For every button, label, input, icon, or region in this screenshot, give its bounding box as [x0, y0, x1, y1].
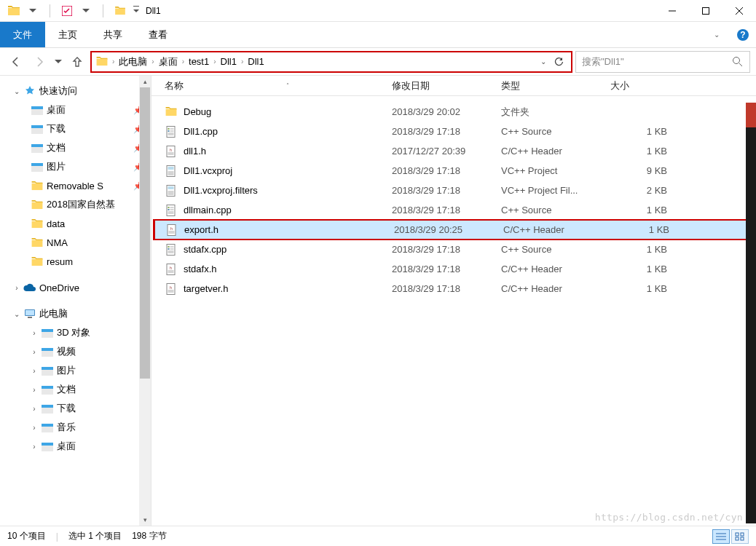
file-row[interactable]: Dll1.vcxproj2018/3/29 17:18VC++ Project9…: [151, 161, 756, 181]
sidebar-item[interactable]: ›视频: [0, 342, 151, 361]
sidebar-item[interactable]: ›桌面: [0, 437, 151, 456]
sidebar-item[interactable]: resum: [0, 252, 151, 271]
sidebar-item[interactable]: NMA: [0, 233, 151, 252]
svg-rect-36: [168, 128, 169, 130]
svg-rect-1: [133, 6, 139, 7]
this-pc[interactable]: ⌄此电脑: [0, 304, 151, 323]
chevron-right-icon[interactable]: ›: [109, 58, 117, 66]
file-date: 2018/3/29 17:18: [392, 244, 501, 255]
breadcrumb-item[interactable]: Dll1: [221, 56, 237, 67]
nav-back-icon[interactable]: [6, 52, 26, 72]
file-row[interactable]: Debug2018/3/29 20:02文件夹: [151, 102, 756, 122]
nav-forward-icon[interactable]: [29, 52, 50, 72]
tab-home[interactable]: 主页: [45, 22, 90, 47]
chevron-right-icon[interactable]: ›: [13, 284, 20, 292]
onedrive[interactable]: ›OneDrive: [0, 278, 151, 297]
file-row[interactable]: stdafx.cpp2018/3/29 17:18C++ Source1 KB: [151, 240, 756, 259]
nav-up-icon[interactable]: [67, 52, 87, 72]
sidebar-item[interactable]: Removable S📌: [0, 176, 151, 195]
search-input[interactable]: 搜索"Dll1": [575, 51, 750, 73]
sidebar-item[interactable]: data: [0, 214, 151, 233]
column-type[interactable]: 类型: [501, 79, 610, 92]
maximize-button[interactable]: [689, 0, 722, 22]
chevron-right-icon[interactable]: ›: [31, 424, 38, 432]
nav-recent-icon[interactable]: [52, 52, 64, 72]
folder-icon: [31, 179, 44, 192]
sidebar-item[interactable]: ›3D 对象: [0, 323, 151, 342]
properties-icon[interactable]: [59, 3, 75, 19]
chevron-right-icon[interactable]: ›: [210, 58, 218, 66]
file-name: dllmain.cpp: [184, 205, 232, 215]
svg-rect-58: [168, 209, 169, 210]
file-type: C++ Source: [501, 205, 610, 215]
address-bar[interactable]: › 此电脑 › 桌面 › test1 › Dll1 › Dll1 ⌄: [90, 51, 572, 73]
file-icon: [165, 204, 178, 217]
ribbon: 文件 主页 共享 查看 ⌄ ?: [0, 22, 756, 48]
chevron-down-icon[interactable]: ⌄: [13, 310, 20, 318]
quick-access[interactable]: ⌄快速访问: [0, 82, 151, 100]
chevron-right-icon[interactable]: ›: [31, 443, 38, 451]
file-row[interactable]: Dll1.vcxproj.filters2018/3/29 17:18VC++ …: [151, 181, 756, 200]
file-row[interactable]: hexport.h2018/3/29 20:25C/C++ Header1 KB: [153, 219, 750, 240]
scroll-thumb[interactable]: [140, 87, 150, 379]
chevron-right-icon[interactable]: ›: [31, 367, 38, 375]
qat-overflow-icon[interactable]: [131, 3, 141, 19]
sidebar-item[interactable]: 下载📌: [0, 119, 151, 138]
folder-icon: [41, 345, 54, 358]
sidebar-item[interactable]: ›下载: [0, 399, 151, 418]
scrollbar[interactable]: ▴ ▾: [139, 76, 151, 526]
sidebar-item[interactable]: ›音乐: [0, 418, 151, 437]
chevron-right-icon[interactable]: ›: [31, 348, 38, 356]
chevron-right-icon[interactable]: ›: [238, 58, 246, 66]
file-row[interactable]: htargetver.h2018/3/29 17:18C/C++ Header1…: [151, 279, 756, 298]
tab-share[interactable]: 共享: [90, 22, 135, 47]
svg-rect-57: [168, 207, 169, 208]
tab-view[interactable]: 查看: [135, 22, 181, 47]
sidebar-item[interactable]: ›文档: [0, 380, 151, 399]
chevron-right-icon[interactable]: ›: [31, 329, 38, 337]
column-date[interactable]: 修改日期: [392, 79, 501, 92]
sidebar-item[interactable]: 2018国家自然基: [0, 195, 151, 214]
svg-rect-30: [42, 405, 53, 408]
file-row[interactable]: dllmain.cpp2018/3/29 17:18C++ Source1 KB: [151, 200, 756, 220]
file-size: 2 KB: [610, 185, 674, 196]
view-details-button[interactable]: [712, 529, 730, 544]
qat-dropdown-icon[interactable]: [25, 3, 41, 19]
sidebar-item[interactable]: 图片📌: [0, 157, 151, 176]
chevron-right-icon[interactable]: ›: [149, 58, 157, 66]
column-name[interactable]: 名称˄: [151, 79, 392, 92]
file-date: 2018/3/29 20:02: [392, 106, 501, 117]
minimize-button[interactable]: [655, 0, 689, 22]
breadcrumb-item[interactable]: Dll1: [248, 56, 264, 67]
refresh-icon[interactable]: [551, 54, 567, 70]
addr-dropdown-icon[interactable]: ⌄: [540, 58, 549, 66]
qat-dropdown2-icon[interactable]: [78, 3, 94, 19]
ribbon-expand-icon[interactable]: ⌄: [704, 22, 730, 47]
breadcrumb-item[interactable]: 此电脑: [119, 55, 147, 68]
file-row[interactable]: hstdafx.h2018/3/29 17:18C/C++ Header1 KB: [151, 259, 756, 279]
chevron-right-icon[interactable]: ›: [179, 58, 187, 66]
file-type: 文件夹: [501, 106, 610, 119]
file-row[interactable]: Dll1.cpp2018/3/29 17:18C++ Source1 KB: [151, 122, 756, 141]
sidebar-item[interactable]: 文档📌: [0, 138, 151, 157]
chevron-right-icon[interactable]: ›: [31, 405, 38, 413]
chevron-down-icon[interactable]: ⌄: [13, 87, 20, 95]
sidebar-item[interactable]: 桌面📌: [0, 100, 151, 119]
breadcrumb-item[interactable]: 桌面: [159, 55, 178, 68]
sidebar-item[interactable]: ›图片: [0, 361, 151, 380]
scroll-up-icon[interactable]: ▴: [139, 76, 151, 87]
file-size: 1 KB: [610, 244, 674, 255]
close-button[interactable]: [722, 0, 756, 22]
file-type: C++ Source: [501, 244, 610, 255]
tab-file[interactable]: 文件: [0, 22, 45, 47]
file-row[interactable]: hdll1.h2017/12/27 20:39C/C++ Header1 KB: [151, 141, 756, 161]
scroll-down-icon[interactable]: ▾: [139, 514, 151, 526]
column-size[interactable]: 大小: [610, 79, 680, 92]
view-icons-button[interactable]: [731, 529, 749, 544]
pc-icon: [23, 307, 36, 320]
chevron-right-icon[interactable]: ›: [31, 386, 38, 394]
svg-rect-20: [28, 317, 32, 318]
help-icon[interactable]: ?: [730, 22, 756, 47]
watermark: https://blog.csdn.net/cyn: [595, 512, 743, 523]
breadcrumb-item[interactable]: test1: [189, 56, 209, 67]
